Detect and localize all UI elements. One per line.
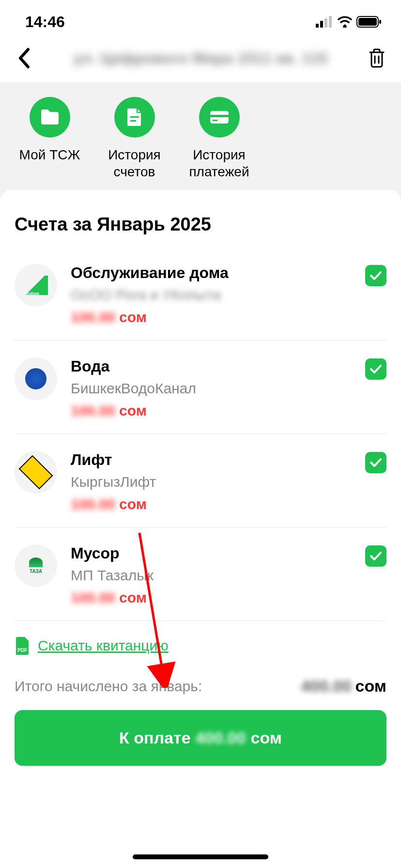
- delete-button[interactable]: [367, 48, 386, 68]
- action-label: История счетов: [99, 146, 170, 180]
- action-my-tsj[interactable]: Мой ТСЖ: [15, 97, 85, 180]
- bills-section: Счета за Январь 2025 Обслуживание дома О…: [0, 190, 401, 766]
- status-time: 14:46: [25, 13, 65, 31]
- pay-prefix: К оплате: [119, 728, 191, 747]
- bill-amount: 100.00 сом: [71, 309, 352, 326]
- status-icons: [316, 16, 382, 28]
- pdf-icon: PDF: [15, 636, 30, 655]
- svg-rect-7: [379, 20, 381, 24]
- svg-point-4: [344, 25, 346, 27]
- download-link-label: Скачать квитанцию: [38, 637, 169, 654]
- svg-rect-8: [130, 116, 139, 118]
- bill-checkbox[interactable]: [365, 265, 386, 286]
- bill-item[interactable]: Лифт КыргызЛифт 100.00 сом: [15, 441, 386, 527]
- provider-logo: [15, 264, 57, 307]
- bill-title: Лифт: [71, 451, 352, 469]
- total-row: Итого начислено за январь: 400.00 сом: [15, 667, 386, 705]
- pay-button[interactable]: К оплате 400.00 сом: [15, 710, 386, 766]
- check-icon: [370, 364, 382, 374]
- wifi-icon: [337, 16, 353, 28]
- back-button[interactable]: [15, 48, 34, 68]
- bill-item[interactable]: Вода БишкекВодоКанал 100.00 сом: [15, 348, 386, 434]
- signal-icon: [316, 16, 333, 28]
- chevron-left-icon: [17, 47, 31, 69]
- section-title: Счета за Январь 2025: [15, 214, 386, 235]
- quick-actions: Мой ТСЖ История счетов История платежей: [0, 82, 401, 200]
- svg-rect-3: [329, 16, 332, 28]
- home-indicator[interactable]: [133, 854, 268, 859]
- header: ул. Цифрового Мира 1511 кв. 115: [0, 44, 401, 82]
- status-bar: 14:46: [0, 0, 401, 44]
- bill-item[interactable]: ТАЗА Мусор МП Тазалык 100.00 сом: [15, 535, 386, 621]
- bill-title: Мусор: [71, 544, 352, 562]
- svg-rect-9: [130, 120, 136, 122]
- action-label: История платежей: [184, 146, 254, 180]
- bill-checkbox[interactable]: [365, 452, 386, 473]
- total-value: 400.00 сом: [301, 677, 386, 696]
- card-icon: [209, 110, 230, 124]
- bill-checkbox[interactable]: [365, 358, 386, 380]
- bill-provider: КыргызЛифт: [71, 474, 352, 490]
- svg-text:PDF: PDF: [17, 648, 27, 653]
- svg-rect-12: [213, 120, 217, 121]
- svg-rect-1: [320, 21, 323, 28]
- download-receipt[interactable]: PDF Скачать квитанцию: [15, 628, 386, 667]
- bill-amount: 100.00 сом: [71, 589, 352, 606]
- bill-amount: 100.00 сом: [71, 403, 352, 419]
- pay-currency: сом: [251, 728, 282, 747]
- bill-title: Вода: [71, 357, 352, 375]
- svg-rect-0: [316, 24, 319, 28]
- action-payments-history[interactable]: История платежей: [184, 97, 254, 180]
- svg-rect-11: [210, 115, 229, 117]
- battery-icon: [356, 16, 382, 28]
- page-title: ул. Цифрового Мира 1511 кв. 115: [44, 49, 357, 67]
- bill-provider: МП Тазалык: [71, 567, 352, 584]
- provider-logo: [15, 357, 57, 400]
- total-label: Итого начислено за январь:: [15, 678, 202, 695]
- bill-provider: БишкекВодоКанал: [71, 380, 352, 397]
- bill-provider: ОсОО Рога и УКопыта: [71, 287, 352, 303]
- bill-amount: 100.00 сом: [71, 496, 352, 512]
- action-label: Мой ТСЖ: [19, 146, 80, 163]
- provider-logo: [15, 451, 57, 494]
- check-icon: [370, 551, 382, 561]
- bill-title: Обслуживание дома: [71, 264, 352, 282]
- svg-rect-2: [324, 18, 327, 28]
- action-bills-history[interactable]: История счетов: [99, 97, 170, 180]
- check-icon: [370, 271, 382, 280]
- bill-checkbox[interactable]: [365, 545, 386, 567]
- check-icon: [370, 458, 382, 467]
- document-icon: [126, 108, 143, 127]
- svg-rect-6: [358, 18, 377, 26]
- provider-logo: ТАЗА: [15, 544, 57, 587]
- trash-icon: [368, 48, 386, 68]
- folder-icon: [40, 108, 60, 126]
- pay-amount: 400.00: [196, 728, 246, 747]
- bill-item[interactable]: Обслуживание дома ОсОО Рога и УКопыта 10…: [15, 254, 386, 341]
